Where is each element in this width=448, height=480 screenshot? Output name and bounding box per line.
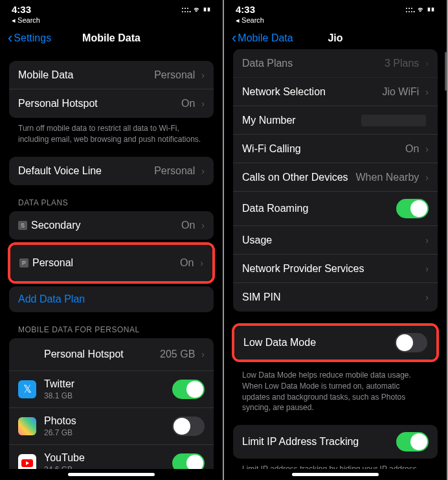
limit-ip-tracking-row: Limit IP Address Tracking (233, 425, 438, 459)
status-icons: :::. ᯤ ▮▮ (405, 5, 435, 14)
photos-icon (18, 417, 36, 435)
home-indicator[interactable] (292, 473, 379, 476)
network-selection-row[interactable]: Network Selection Jio WiFi › (233, 78, 438, 106)
twitter-toggle[interactable] (172, 380, 205, 399)
row-label: SSecondary (18, 220, 181, 231)
row-value: Personal (154, 165, 195, 177)
chevron-right-icon: › (201, 98, 205, 109)
app-size: 26.7 GB (44, 428, 172, 437)
low-data-mode-toggle[interactable] (395, 333, 427, 352)
time: 4:33 (12, 4, 31, 15)
row-label: Data Roaming (242, 203, 396, 214)
chevron-right-icon: › (425, 235, 429, 246)
twitter-icon: 𝕏 (18, 380, 36, 398)
back-to-search[interactable]: ◂ Search (0, 16, 223, 27)
data-roaming-row: Data Roaming (233, 192, 438, 226)
row-value: On (180, 257, 194, 269)
row-label: Wi-Fi Calling (242, 143, 405, 155)
calls-other-devices-row[interactable]: Calls on Other Devices When Nearby › (233, 163, 438, 192)
chevron-right-icon: › (200, 258, 203, 268)
app-name: Twitter (44, 378, 172, 390)
data-plans-header: DATA PLANS (9, 185, 214, 211)
back-to-search[interactable]: ◂ Search (224, 16, 447, 27)
youtube-icon (18, 454, 36, 469)
chevron-right-icon: › (425, 58, 429, 69)
row-label: Data Plans (242, 58, 385, 69)
usage-group: Personal Hotspot 205 GB › 𝕏 Twitter38.1 … (9, 338, 214, 469)
back-button[interactable]: ‹ Mobile Data (232, 32, 293, 44)
provider-services-row[interactable]: Network Provider Services › (233, 255, 438, 283)
mobile-data-row[interactable]: Mobile Data Personal › (9, 61, 214, 89)
voice-line-group: Default Voice Line Personal › (9, 157, 214, 185)
chevron-right-icon: › (425, 172, 429, 183)
photos-toggle[interactable] (172, 417, 205, 436)
photos-row: Photos26.7 GB (9, 408, 214, 445)
row-label: Low Data Mode (243, 337, 395, 349)
row-label: Personal Hotspot (18, 98, 181, 109)
row-value: On (181, 220, 195, 231)
row-value: Personal (154, 69, 195, 81)
limit-ip-group: Limit IP Address Tracking (233, 425, 438, 459)
limit-ip-footer: Limit IP address tracking by hiding your… (233, 459, 438, 469)
youtube-toggle[interactable] (172, 453, 205, 469)
row-label: Network Provider Services (242, 263, 421, 275)
sim-icon: S (18, 221, 27, 230)
my-number-row[interactable]: My Number (233, 106, 438, 135)
status-bar: 4:33 :::. ᯤ ▮▮ (0, 0, 223, 16)
row-value: On (405, 143, 419, 155)
content[interactable]: Data Plans 3 Plans › Network Selection J… (224, 49, 447, 469)
left-screenshot: 4:33 :::. ᯤ ▮▮ ◂ Search ‹ Settings Mobil… (0, 0, 224, 480)
limit-ip-toggle[interactable] (396, 432, 429, 451)
sim-icon: P (19, 258, 28, 268)
data-plans-group: SSecondary On › (9, 211, 214, 240)
data-plans-row[interactable]: Data Plans 3 Plans › (233, 49, 438, 78)
low-data-footer: Low Data Mode helps reduce mobile data u… (233, 365, 438, 413)
twitter-row: 𝕏 Twitter38.1 GB (9, 371, 214, 408)
add-plan-group: Add Data Plan (9, 286, 214, 312)
chevron-right-icon: › (425, 87, 429, 97)
back-label: Mobile Data (238, 32, 293, 44)
chevron-right-icon: › (425, 292, 429, 303)
row-label: Mobile Data (18, 69, 154, 81)
add-data-plan-button[interactable]: Add Data Plan (9, 286, 214, 312)
chevron-right-icon: › (201, 349, 205, 360)
content[interactable]: Mobile Data Personal › Personal Hotspot … (0, 49, 223, 469)
chevron-right-icon: › (201, 166, 205, 176)
hotspot-usage-row[interactable]: Personal Hotspot 205 GB › (9, 338, 214, 371)
row-label: Usage (242, 234, 421, 246)
chevron-right-icon: › (201, 70, 205, 80)
app-size: 38.1 GB (44, 391, 172, 400)
data-roaming-toggle[interactable] (396, 199, 429, 218)
chevron-right-icon: › (425, 144, 429, 154)
status-bar: 4:33 :::. ᯤ ▮▮ (224, 0, 447, 16)
back-button[interactable]: ‹ Settings (8, 32, 51, 44)
wifi-calling-row[interactable]: Wi-Fi Calling On › (233, 135, 438, 163)
sim-pin-row[interactable]: SIM PIN › (233, 283, 438, 312)
personal-hotspot-row[interactable]: Personal Hotspot On › (9, 89, 214, 118)
settings-group: Data Plans 3 Plans › Network Selection J… (233, 49, 438, 312)
row-label: My Number (242, 115, 361, 126)
mobile-data-group: Mobile Data Personal › Personal Hotspot … (9, 61, 214, 118)
row-value: 3 Plans (385, 58, 419, 69)
footer-text: Turn off mobile data to restrict all dat… (9, 118, 214, 145)
row-label: Network Selection (242, 86, 382, 98)
low-data-mode-row: Low Data Mode (234, 326, 436, 360)
status-icons: :::. ᯤ ▮▮ (181, 5, 211, 14)
default-voice-line-row[interactable]: Default Voice Line Personal › (9, 157, 214, 185)
nav-bar: ‹ Mobile Data Jio (224, 27, 447, 49)
row-label: Limit IP Address Tracking (242, 436, 396, 448)
row-value: On (181, 98, 195, 109)
back-label: Settings (14, 32, 51, 44)
secondary-plan-row[interactable]: SSecondary On › (9, 211, 214, 240)
home-indicator[interactable] (68, 473, 155, 476)
chevron-right-icon: › (201, 220, 205, 231)
row-label: Default Voice Line (18, 165, 154, 177)
chevron-right-icon: › (425, 264, 429, 274)
personal-plan-row[interactable]: PPersonal On › (10, 245, 212, 281)
row-label: Calls on Other Devices (242, 172, 356, 183)
usage-row[interactable]: Usage › (233, 226, 438, 255)
row-label: PPersonal (19, 257, 180, 269)
row-label: SIM PIN (242, 291, 421, 303)
nav-bar: ‹ Settings Mobile Data (0, 27, 223, 49)
app-name: Photos (44, 415, 172, 427)
